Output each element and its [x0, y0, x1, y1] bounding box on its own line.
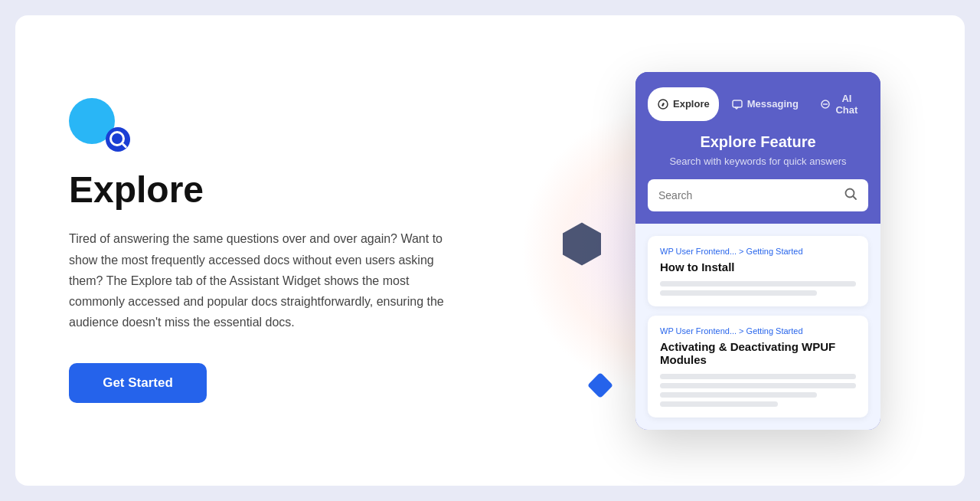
svg-point-6 [825, 103, 826, 105]
tab-ai-chat-label: AI Chat [835, 93, 859, 116]
doc-title-1: How to Install [660, 260, 856, 273]
tab-messaging-label: Messaging [747, 98, 799, 110]
ai-chat-tab-icon [820, 98, 831, 110]
doc-line [660, 374, 856, 379]
doc-lines-1 [660, 281, 856, 296]
doc-line [660, 290, 817, 296]
svg-rect-3 [733, 100, 742, 107]
explore-tab-icon [657, 98, 669, 110]
doc-breadcrumb-1: WP User Frontend... > Getting Started [660, 247, 856, 256]
doc-card-1[interactable]: WP User Frontend... > Getting Started Ho… [648, 236, 868, 306]
svg-point-5 [823, 103, 825, 105]
widget-tabs: Explore Messaging [648, 87, 868, 121]
doc-title-2: Activating & Deactivating WPUF Modules [660, 340, 856, 366]
doc-card-2[interactable]: WP User Frontend... > Getting Started Ac… [648, 316, 868, 418]
messaging-tab-icon [731, 98, 743, 110]
left-section: Explore Tired of answering the same ques… [69, 98, 605, 404]
tab-messaging[interactable]: Messaging [722, 87, 808, 121]
get-started-button[interactable]: Get Started [69, 363, 207, 403]
tab-ai-chat[interactable]: AI Chat [811, 87, 868, 121]
widget-search-bar [648, 179, 868, 211]
right-section: Explore Messaging [605, 72, 911, 430]
doc-breadcrumb-2: WP User Frontend... > Getting Started [660, 326, 856, 336]
svg-marker-0 [563, 223, 601, 266]
widget-mockup: Explore Messaging [635, 72, 880, 430]
svg-point-8 [846, 188, 854, 197]
widget-title: Explore Feature [648, 133, 868, 151]
doc-line [660, 392, 817, 398]
logo-search-icon [106, 127, 130, 152]
widget-subtitle: Search with keywords for quick answers [648, 156, 868, 167]
doc-line [660, 401, 778, 407]
doc-line [660, 383, 856, 388]
svg-point-7 [826, 103, 828, 105]
widget-body: WP User Frontend... > Getting Started Ho… [635, 224, 880, 430]
tab-explore[interactable]: Explore [648, 87, 719, 121]
tab-explore-label: Explore [673, 98, 710, 110]
page-title: Explore [69, 170, 605, 211]
svg-rect-1 [587, 372, 613, 398]
doc-line [660, 281, 856, 287]
widget-header: Explore Messaging [635, 72, 880, 224]
hex-dark-icon [559, 221, 605, 270]
search-icon [844, 187, 858, 204]
main-card: Explore Tired of answering the same ques… [15, 15, 965, 486]
diamond-icon [582, 367, 619, 407]
logo-icon [69, 98, 130, 152]
doc-lines-2 [660, 374, 856, 407]
search-input[interactable] [658, 189, 838, 201]
page-description: Tired of answering the same questions ov… [69, 228, 467, 332]
